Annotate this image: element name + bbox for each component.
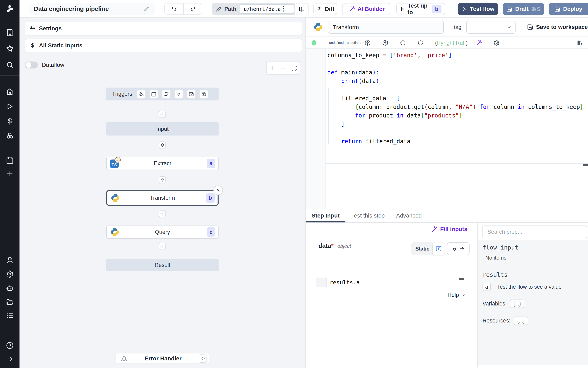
docs-button[interactable] [294, 3, 309, 15]
save-icon [554, 6, 560, 12]
test-up-to-button[interactable]: Test up to b [396, 3, 445, 15]
expression-scrollbar-thumb [459, 278, 464, 280]
step-node-extract[interactable]: TS Extract a [106, 157, 218, 170]
help-toggle[interactable]: Help [447, 292, 466, 298]
add-step-button[interactable] [159, 210, 166, 217]
static-mode-label[interactable]: Static [415, 246, 429, 252]
all-static-inputs-button[interactable]: All Static Inputs [25, 39, 302, 52]
zoom-in-button[interactable] [269, 65, 275, 71]
sidebar-audit-logs-icon[interactable] [0, 312, 19, 320]
diff-button[interactable]: Diff [313, 3, 337, 15]
save-to-workspace-button[interactable]: Save to workspace [527, 24, 588, 30]
sidebar-help-icon[interactable] [0, 341, 19, 349]
code-editor[interactable]: columns_to_keep = ['brand', 'price'] def… [306, 49, 588, 209]
add-step-button[interactable] [159, 243, 166, 250]
trigger-schedule-icon[interactable] [149, 90, 158, 99]
windmill-logo[interactable] [0, 0, 19, 18]
toolbar-package-icon[interactable] [382, 40, 400, 46]
resources-object-chip[interactable]: {...} [514, 317, 528, 325]
variables-object-chip[interactable]: {...} [510, 300, 524, 308]
toolbar-gear-icon[interactable] [493, 40, 511, 46]
edit-title-icon[interactable] [144, 6, 150, 12]
redo-button[interactable] [183, 3, 202, 14]
undo-redo-group [164, 3, 202, 15]
sidebar-building-icon[interactable] [0, 29, 19, 37]
add-error-handler-button[interactable] [199, 354, 207, 363]
sidebar-resources-icon[interactable] [0, 132, 19, 140]
zoom-out-button[interactable] [280, 65, 286, 71]
ai-builder-label: AI Builder [358, 6, 385, 12]
python-icon [313, 22, 323, 32]
toolbar-package-icon[interactable] [364, 40, 382, 46]
tab-test-this-step[interactable]: Test this step [345, 209, 390, 222]
toolbar-variable-icon[interactable]: undefined [329, 41, 347, 45]
editor-scrollbar[interactable] [325, 163, 588, 171]
fit-view-button[interactable] [291, 65, 297, 71]
results-key[interactable]: results [483, 271, 588, 278]
library-icon[interactable] [576, 40, 583, 46]
step-node-query[interactable]: Query c [106, 226, 218, 239]
add-step-button[interactable] [159, 176, 166, 183]
flow-settings-button[interactable]: Settings [25, 22, 302, 35]
deploy-button[interactable]: Deploy [549, 3, 588, 15]
flow-input-empty: No items [485, 255, 588, 261]
javascript-mode-button[interactable] [433, 242, 445, 255]
tab-step-input[interactable]: Step Input [306, 209, 345, 222]
tag-select[interactable] [466, 21, 516, 34]
toolbar-reload-icon[interactable] [400, 40, 417, 46]
diff-icon [316, 6, 322, 12]
step-name-input[interactable] [328, 21, 444, 34]
add-step-button[interactable] [159, 141, 166, 148]
toolbar-reload-icon[interactable] [417, 40, 435, 46]
trigger-websocket-icon[interactable] [174, 90, 183, 99]
sidebar-folders-icon[interactable] [0, 298, 19, 306]
add-step-button[interactable] [159, 111, 166, 118]
draft-button[interactable]: Draft ⌘S [503, 3, 544, 15]
sidebar-home-icon[interactable] [0, 88, 19, 96]
sidebar-search-icon[interactable] [0, 61, 19, 69]
dataflow-toggle[interactable] [25, 62, 38, 68]
trigger-email-icon[interactable] [187, 90, 196, 99]
undo-button[interactable] [165, 3, 183, 14]
trigger-webhook-icon[interactable] [137, 90, 146, 99]
result-separator: : [493, 284, 495, 290]
step-header: tag Save to workspace [306, 18, 588, 37]
more-menu-icon[interactable] [279, 5, 287, 14]
connect-input-button[interactable] [447, 242, 470, 255]
sidebar-schedules-icon[interactable] [0, 156, 19, 164]
trigger-poll-icon[interactable] [199, 90, 208, 99]
fill-inputs-button[interactable]: Fill inputs [432, 226, 467, 232]
sidebar-variables-icon[interactable] [0, 117, 19, 125]
test-up-to-label: Test up to [408, 2, 429, 16]
sidebar-star-icon[interactable] [0, 45, 19, 53]
code-line [327, 85, 583, 94]
test-flow-button[interactable]: Test flow [458, 3, 498, 15]
input-expression[interactable]: results.a [327, 278, 465, 287]
scrollbar-thumb[interactable] [583, 164, 588, 166]
toolbar-variable-icon[interactable]: undefined [347, 41, 364, 45]
sidebar-workers-icon[interactable] [0, 285, 19, 292]
remove-step-button[interactable] [213, 185, 223, 195]
sidebar-settings-icon[interactable] [0, 270, 19, 278]
triggers-node[interactable]: Triggers [106, 88, 218, 101]
flow-input-key[interactable]: flow_input [483, 244, 588, 251]
result-key-chip[interactable]: a [483, 283, 491, 291]
toolbar-ai-wand-icon[interactable] [476, 40, 493, 46]
code-line: filtered_data = [ [327, 94, 583, 103]
tab-advanced[interactable]: Advanced [390, 209, 427, 222]
sidebar-expand-sidebar-icon[interactable] [0, 355, 19, 363]
step-node-transform-selected[interactable]: Transform b [106, 190, 218, 206]
trigger-route-icon[interactable] [162, 90, 171, 99]
error-handler-node[interactable]: Error Handler [115, 353, 209, 364]
code-line: ] [327, 120, 583, 129]
sidebar-runs-icon[interactable] [0, 102, 19, 110]
sidebar-add-icon[interactable] [0, 170, 19, 177]
node-label: Query [107, 229, 218, 235]
input-expression-editor[interactable]: results.a [316, 278, 465, 287]
sidebar-user-icon[interactable] [0, 256, 19, 264]
input-node[interactable]: Input [106, 122, 218, 136]
ai-builder-button[interactable]: AI Builder [342, 3, 391, 15]
input-node-label: Input [156, 126, 169, 132]
result-node[interactable]: Result [106, 259, 218, 271]
search-prop-input[interactable] [482, 226, 587, 238]
